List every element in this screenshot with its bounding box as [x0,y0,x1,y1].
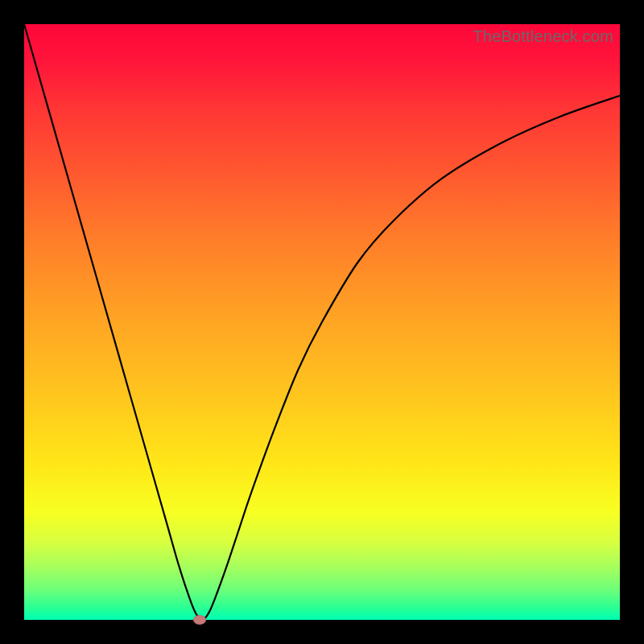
bottleneck-curve [24,24,620,620]
curve-layer [24,24,620,620]
minimum-marker [193,615,206,625]
chart-container: TheBottleneck.com [0,0,644,644]
plot-area: TheBottleneck.com [24,24,620,620]
